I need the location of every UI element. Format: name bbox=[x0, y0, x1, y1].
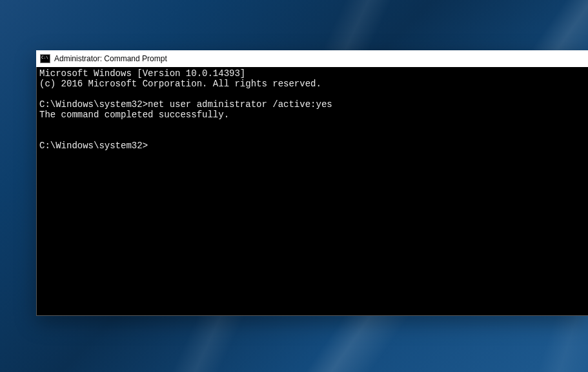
prompt: C:\Windows\system32> bbox=[39, 141, 148, 151]
banner-copyright: (c) 2016 Microsoft Corporation. All righ… bbox=[39, 79, 321, 89]
prompt: C:\Windows\system32> bbox=[39, 99, 148, 110]
command-prompt-window: Administrator: Command Prompt Microsoft … bbox=[36, 50, 588, 316]
command-output: The command completed successfully. bbox=[39, 110, 229, 120]
window-title: Administrator: Command Prompt bbox=[54, 54, 167, 63]
entered-command: net user administrator /active:yes bbox=[148, 99, 332, 110]
terminal-output[interactable]: Microsoft Windows [Version 10.0.14393] (… bbox=[36, 67, 588, 316]
titlebar[interactable]: Administrator: Command Prompt bbox=[36, 50, 588, 67]
cmd-icon bbox=[40, 54, 50, 63]
banner-version: Microsoft Windows [Version 10.0.14393] bbox=[39, 68, 245, 79]
